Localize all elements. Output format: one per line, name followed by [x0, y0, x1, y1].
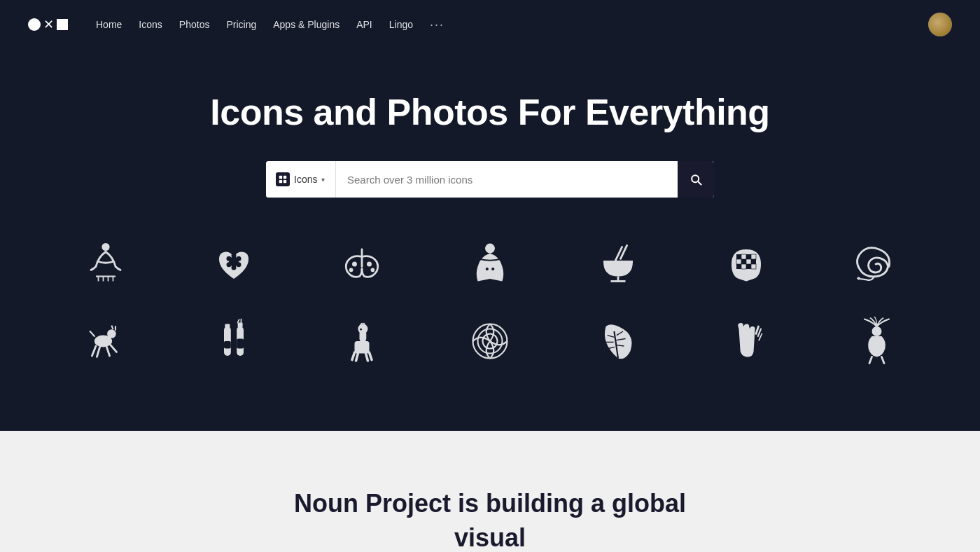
search-button[interactable]	[678, 161, 714, 198]
svg-rect-3	[284, 180, 286, 183]
svg-point-80	[872, 326, 881, 336]
svg-rect-54	[238, 322, 243, 327]
svg-point-22	[486, 268, 489, 270]
search-icon	[689, 172, 703, 186]
svg-rect-32	[751, 254, 756, 259]
svg-point-20	[371, 268, 375, 272]
nav-link-icons[interactable]: Icons	[139, 19, 162, 30]
bottom-text: Noun Project is building a global visual…	[280, 487, 700, 552]
svg-point-14	[237, 256, 241, 261]
svg-line-44	[112, 326, 113, 330]
svg-point-12	[232, 265, 237, 270]
nav-link-pricing[interactable]: Pricing	[226, 19, 256, 30]
svg-point-15	[227, 262, 232, 267]
nav-left: ✕ Home Icons Photos Pricing Apps & Plugi…	[28, 18, 444, 32]
svg-line-64	[366, 354, 368, 361]
svg-point-17	[352, 262, 357, 267]
svg-line-50	[90, 331, 94, 336]
nav-right	[928, 13, 952, 36]
icon-cloaked-person[interactable]	[426, 233, 554, 296]
icon-meditation[interactable]	[42, 233, 170, 296]
svg-line-49	[111, 345, 116, 352]
svg-rect-58	[224, 341, 231, 349]
icon-chess-head[interactable]	[682, 233, 810, 296]
svg-point-23	[491, 268, 494, 270]
icon-lungs[interactable]	[298, 233, 426, 296]
svg-rect-57	[237, 339, 244, 349]
nav-link-photos[interactable]: Photos	[179, 19, 210, 30]
svg-rect-31	[746, 254, 751, 259]
logo-square	[57, 19, 68, 30]
svg-point-13	[227, 256, 232, 261]
icon-snail-shell[interactable]	[810, 233, 938, 296]
icon-bowl[interactable]	[554, 233, 682, 296]
svg-line-47	[97, 347, 100, 357]
nav-more-button[interactable]: ···	[430, 18, 444, 32]
svg-line-62	[352, 352, 355, 359]
svg-line-78	[758, 329, 761, 337]
svg-rect-2	[279, 180, 282, 183]
svg-rect-37	[736, 264, 741, 269]
search-input[interactable]	[336, 161, 678, 198]
avatar-image	[928, 13, 952, 36]
hero-title: Icons and Photos For Everything	[210, 91, 769, 133]
hero-content: Icons and Photos For Everything Icons ▾	[0, 49, 980, 431]
svg-line-63	[356, 354, 358, 361]
logo-circle	[28, 18, 41, 31]
bottom-title: Noun Project is building a global visual…	[280, 487, 700, 552]
icon-row-2	[42, 310, 938, 373]
svg-line-55	[238, 319, 239, 322]
svg-point-4	[102, 243, 110, 251]
icon-tropical-leaf[interactable]	[554, 310, 682, 373]
svg-line-82	[881, 357, 884, 363]
svg-line-46	[92, 346, 97, 356]
nav-link-apps[interactable]: Apps & Plugins	[273, 19, 340, 30]
svg-line-77	[756, 326, 759, 334]
svg-point-16	[237, 262, 241, 267]
icon-llama[interactable]	[298, 310, 426, 373]
svg-line-81	[869, 357, 872, 363]
svg-point-21	[485, 244, 495, 254]
icon-heart-flower[interactable]	[170, 233, 298, 296]
svg-rect-40	[751, 264, 756, 269]
svg-rect-29	[736, 254, 741, 259]
logo-x: ✕	[43, 18, 54, 31]
icon-jumping-goat[interactable]	[42, 310, 170, 373]
icons-type-svg	[278, 174, 288, 184]
svg-rect-52	[225, 324, 230, 329]
navbar: ✕ Home Icons Photos Pricing Apps & Plugi…	[0, 0, 980, 49]
icon-clapping-hands[interactable]	[682, 310, 810, 373]
svg-line-65	[370, 352, 372, 359]
svg-point-61	[358, 324, 368, 334]
svg-point-41	[857, 277, 860, 280]
svg-point-19	[349, 268, 354, 272]
icon-warrior[interactable]	[810, 310, 938, 373]
svg-point-18	[367, 262, 372, 267]
bottom-section: Noun Project is building a global visual…	[0, 431, 980, 552]
svg-rect-30	[741, 254, 746, 259]
search-type-icon	[276, 172, 290, 186]
search-bar: Icons ▾	[266, 161, 714, 198]
nav-link-home[interactable]: Home	[96, 19, 122, 30]
svg-rect-59	[355, 341, 370, 354]
nav-link-api[interactable]: API	[356, 19, 372, 30]
nav-link-lingo[interactable]: Lingo	[389, 19, 413, 30]
svg-point-66	[360, 329, 362, 331]
svg-rect-33	[736, 259, 741, 264]
icon-row-1	[42, 233, 938, 296]
logo[interactable]: ✕	[28, 18, 68, 31]
svg-rect-1	[284, 176, 286, 179]
svg-point-11	[232, 254, 237, 258]
svg-rect-35	[746, 259, 751, 264]
svg-rect-36	[751, 259, 756, 264]
search-type-dropdown[interactable]: Icons ▾	[266, 161, 336, 198]
svg-rect-34	[741, 259, 746, 264]
nav-links: Home Icons Photos Pricing Apps & Plugins…	[96, 18, 444, 32]
user-avatar[interactable]	[928, 13, 952, 36]
svg-point-43	[108, 329, 117, 338]
dropdown-chevron-icon: ▾	[321, 176, 325, 184]
svg-line-79	[759, 334, 762, 340]
icon-circular-pattern[interactable]	[426, 310, 554, 373]
icon-bottles[interactable]	[170, 310, 298, 373]
svg-rect-38	[741, 264, 746, 269]
